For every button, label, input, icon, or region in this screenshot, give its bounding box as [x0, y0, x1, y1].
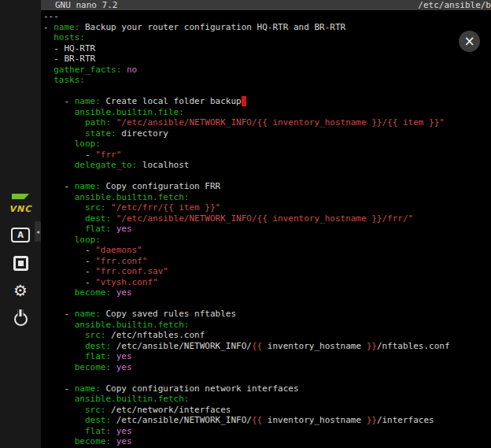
editor-line: - name: Copy configuration network inter…: [43, 383, 491, 394]
code-token: -: [43, 266, 95, 276]
code-token: inventory_hostname: [262, 415, 366, 425]
code-token: [43, 213, 85, 224]
control-bar-handle[interactable]: ◂: [35, 221, 41, 242]
code-token: Create local folder backup: [101, 96, 242, 106]
code-token: [111, 287, 116, 298]
code-token: }}: [367, 415, 377, 425]
code-token: /etc/network/interfaces: [105, 405, 231, 415]
code-token: dest:: [85, 213, 111, 224]
code-token: - HQ-RTR: [43, 43, 95, 54]
keyboard-key-icon: A: [11, 228, 30, 243]
code-token: Copy configuration FRR: [101, 181, 220, 191]
code-token: [43, 117, 85, 128]
editor-line: loop:: [43, 235, 491, 246]
editor-line: dest: "/etc/ansible/NETWORK_INFO/{{ inve…: [43, 213, 491, 224]
code-token: name:: [54, 22, 79, 32]
code-token: [43, 426, 85, 436]
code-token: -: [43, 309, 75, 319]
terminal-window[interactable]: GNU nano 7.2 /etc/ansible/b ---- name: B…: [41, 0, 491, 448]
code-token: }}: [367, 341, 377, 351]
code-token: {{: [252, 341, 262, 351]
code-token: Backup your router configuration HQ-RTR …: [79, 22, 345, 32]
editor-line: ansible.builtin.fetch:: [43, 192, 491, 203]
code-token: [111, 117, 116, 128]
code-token: ansible.builtin.fetch:: [75, 320, 190, 330]
editor-line: - name: Backup your router configuration…: [43, 22, 491, 33]
editor-line: path: "/etc/ansible/NETWORK_INFO/{{ inve…: [43, 117, 491, 128]
code-token: loop:: [75, 235, 101, 245]
code-token: [111, 224, 116, 234]
code-token: tasks:: [54, 75, 85, 85]
code-token: yes: [116, 224, 132, 234]
editor-line: flat: yes: [43, 426, 491, 437]
code-token: Copy saved rules nftables: [101, 309, 236, 319]
code-token: inventory_hostname: [262, 341, 366, 351]
code-token: directory: [116, 128, 168, 139]
code-token: [43, 107, 75, 117]
code-token: dest:: [85, 415, 111, 425]
power-button[interactable]: [0, 307, 41, 331]
code-token: "frr.conf.sav": [95, 266, 168, 276]
code-token: [43, 139, 75, 149]
code-token: [43, 287, 75, 298]
settings-button[interactable]: ⚙: [0, 279, 41, 302]
code-token: "/etc/ansible/NETWORK_INFO/{{ inventory_…: [116, 117, 445, 128]
editor-line: ansible.builtin.fetch:: [43, 394, 491, 405]
close-button[interactable]: ×: [459, 31, 480, 52]
code-token: [43, 128, 85, 139]
editor-line: [43, 372, 491, 383]
editor-line: - "vtysh.conf": [43, 277, 491, 288]
code-token: delegate_to:: [75, 160, 137, 170]
editor-line: src: /etc/network/interfaces: [43, 405, 491, 416]
editor-line: become: yes: [43, 436, 491, 447]
code-token: flat:: [85, 351, 111, 361]
nano-filename: /etc/ansible/b: [418, 0, 491, 10]
code-token: yes: [116, 426, 132, 436]
editor-line: [43, 171, 491, 182]
code-token: ansible.builtin.fetch:: [75, 192, 190, 202]
code-token: [43, 65, 54, 75]
fullscreen-button[interactable]: [0, 251, 41, 275]
editor[interactable]: ---- name: Backup your router configurat…: [41, 10, 491, 447]
code-token: -: [43, 150, 95, 160]
code-token: [111, 426, 116, 436]
code-token: /etc/ansible/NETWORK_INFO/: [111, 341, 252, 351]
chevron-left-icon: ◂: [36, 228, 39, 235]
editor-line: - name: Create local folder backup: [43, 96, 491, 107]
code-token: "frr": [95, 150, 121, 160]
code-token: name:: [75, 96, 101, 106]
code-token: "/etc/frr/{{ item }}": [111, 202, 220, 213]
code-token: ---: [43, 11, 59, 21]
vnc-logo-mark: [12, 194, 29, 199]
code-token: name:: [75, 181, 101, 191]
code-token: src:: [85, 405, 106, 415]
editor-line: [43, 86, 491, 97]
code-token: yes: [116, 362, 132, 372]
code-token: hosts:: [54, 32, 85, 43]
editor-line: hosts:: [43, 32, 491, 43]
code-token: localhost: [137, 160, 189, 170]
code-token: [43, 341, 85, 351]
code-token: become:: [75, 362, 111, 372]
code-token: -: [43, 22, 54, 32]
vnc-logo: VNC: [0, 194, 41, 215]
code-token: [43, 192, 75, 202]
code-token: src:: [85, 330, 106, 340]
code-token: loop:: [75, 139, 101, 149]
code-token: [43, 351, 85, 361]
code-token: {{: [252, 415, 262, 425]
editor-line: - "frr": [43, 150, 491, 161]
editor-line: - name: Copy saved rules nftables: [43, 309, 491, 320]
code-token: "vtysh.conf": [95, 277, 157, 287]
code-token: [43, 394, 75, 404]
editor-line: become: yes: [43, 287, 491, 298]
code-token: src:: [85, 202, 106, 213]
code-token: [121, 65, 127, 75]
power-icon: [14, 313, 28, 326]
editor-line: [43, 298, 491, 309]
editor-line: src: "/etc/frr/{{ item }}": [43, 202, 491, 213]
code-token: flat:: [85, 224, 111, 234]
code-token: Copy configuration network interfaces: [101, 383, 299, 394]
code-token: -: [43, 245, 95, 255]
code-token: state:: [85, 128, 116, 139]
